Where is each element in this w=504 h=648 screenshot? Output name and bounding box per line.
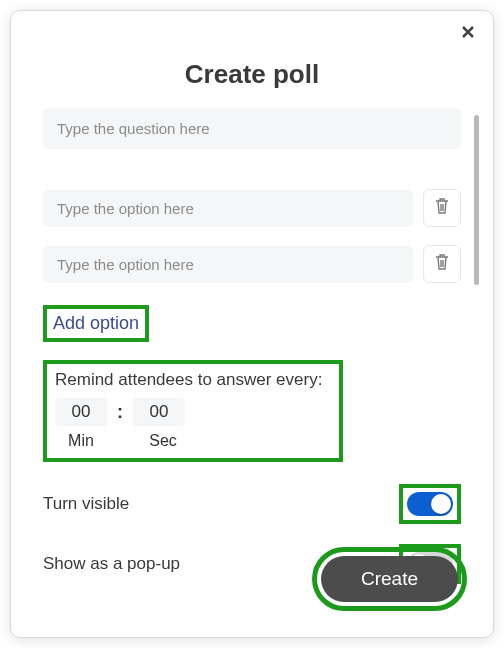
turn-visible-highlight (399, 484, 461, 524)
time-row: : (55, 398, 331, 426)
option-input[interactable] (43, 246, 413, 283)
turn-visible-row: Turn visible (43, 484, 461, 524)
scrollbar[interactable] (474, 115, 479, 285)
turn-visible-label: Turn visible (43, 494, 129, 514)
delete-option-button[interactable] (423, 189, 461, 227)
seconds-label: Sec (137, 432, 189, 450)
trash-icon (434, 253, 450, 275)
add-option-button[interactable]: Add option (53, 313, 139, 334)
modal-content: Add option Remind attendees to answer ev… (29, 108, 475, 584)
add-option-highlight: Add option (43, 305, 149, 342)
popup-label: Show as a pop-up (43, 554, 180, 574)
close-icon (460, 24, 476, 44)
seconds-input[interactable] (133, 398, 185, 426)
delete-option-button[interactable] (423, 245, 461, 283)
time-colon: : (117, 402, 123, 423)
option-input[interactable] (43, 190, 413, 227)
trash-icon (434, 197, 450, 219)
create-highlight: Create (312, 547, 467, 611)
option-row (43, 245, 461, 283)
minutes-label: Min (55, 432, 107, 450)
create-button[interactable]: Create (321, 556, 458, 602)
toggle-knob (431, 494, 451, 514)
close-button[interactable] (455, 21, 481, 47)
time-labels: Min Sec (55, 432, 331, 450)
minutes-input[interactable] (55, 398, 107, 426)
modal-title: Create poll (29, 59, 475, 90)
remind-highlight: Remind attendees to answer every: : Min … (43, 360, 343, 462)
option-row (43, 189, 461, 227)
remind-label: Remind attendees to answer every: (55, 370, 331, 390)
create-poll-modal: Create poll Add option Remind atten (10, 10, 494, 638)
question-input[interactable] (43, 108, 461, 149)
turn-visible-toggle[interactable] (407, 492, 453, 516)
